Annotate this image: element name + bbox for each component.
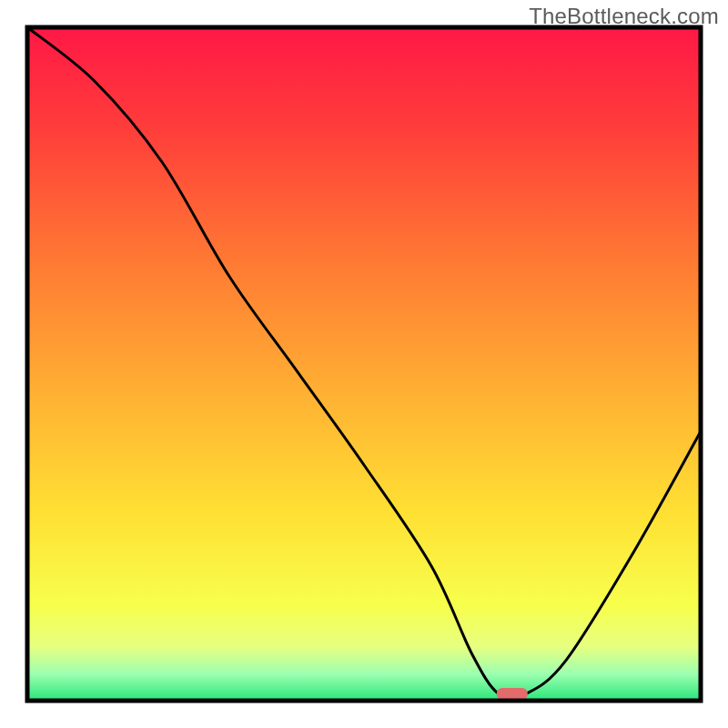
marker-point bbox=[497, 688, 528, 700]
chart-frame: TheBottleneck.com bbox=[0, 0, 728, 728]
plot-background bbox=[27, 27, 701, 701]
bottleneck-chart bbox=[0, 0, 728, 728]
watermark-label: TheBottleneck.com bbox=[529, 4, 719, 29]
